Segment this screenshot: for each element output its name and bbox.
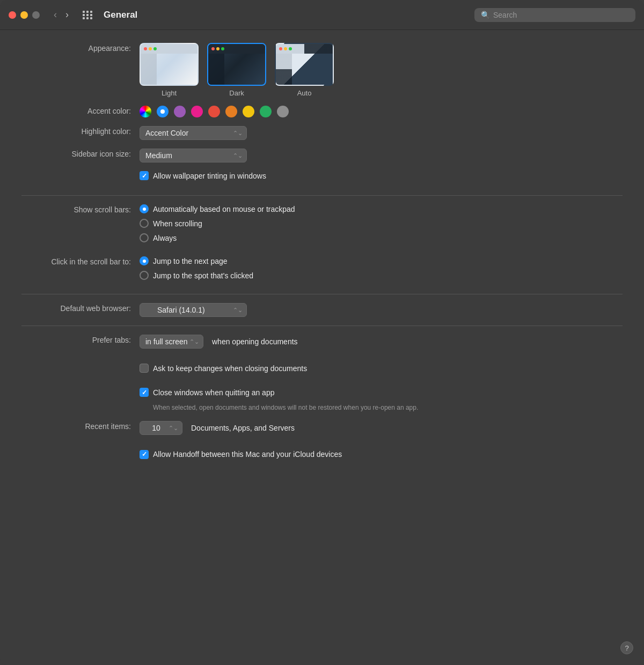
wallpaper-tinting-content: ✓ Allow wallpaper tinting in windows bbox=[140, 171, 623, 187]
ask-keep-changes-row: Ask to keep changes when closing documen… bbox=[140, 364, 623, 373]
scroll-bars-options: Automatically based on mouse or trackpad… bbox=[140, 204, 623, 248]
back-button[interactable]: ‹ bbox=[50, 8, 60, 21]
search-icon: 🔍 bbox=[481, 11, 490, 19]
close-windows-content: ✓ Close windows when quitting an app Whe… bbox=[140, 388, 623, 412]
accent-pink[interactable] bbox=[191, 106, 203, 117]
scroll-auto-radio[interactable] bbox=[140, 204, 149, 213]
handoff-content: ✓ Allow Handoff between this Mac and you… bbox=[140, 450, 623, 466]
accent-red[interactable] bbox=[208, 106, 220, 117]
handoff-label: Allow Handoff between this Mac and your … bbox=[153, 450, 342, 459]
appearance-label-light: Light bbox=[162, 89, 177, 97]
click-scroll-label: Click in the scroll bar to: bbox=[21, 256, 140, 266]
highlight-color-select[interactable]: Accent Color Blue Purple Pink Red Orange… bbox=[140, 126, 247, 140]
scroll-bars-content: Automatically based on mouse or trackpad… bbox=[140, 204, 623, 248]
accent-green[interactable] bbox=[260, 106, 272, 117]
prefer-tabs-content: always in full screen manually when open… bbox=[140, 335, 623, 355]
default-browser-content: Safari (14.0.1) Chrome Firefox bbox=[140, 303, 623, 317]
wallpaper-tinting-spacer bbox=[21, 171, 140, 172]
highlight-color-label: Highlight color: bbox=[21, 126, 140, 136]
scroll-auto-label: Automatically based on mouse or trackpad bbox=[153, 205, 295, 213]
recent-items-section: Recent items: 5 10 15 20 30 50 None bbox=[21, 421, 623, 441]
ask-keep-changes-checkbox[interactable] bbox=[140, 364, 149, 373]
sidebar-icon-size-select[interactable]: Small Medium Large bbox=[140, 149, 247, 162]
prefer-tabs-label: Prefer tabs: bbox=[21, 335, 140, 344]
handoff-spacer bbox=[21, 450, 140, 451]
appearance-section: Appearance: bbox=[21, 43, 623, 97]
scroll-scrolling-radio[interactable] bbox=[140, 219, 149, 228]
sidebar-icon-size-content: Small Medium Large bbox=[140, 149, 623, 162]
click-scroll-content: Jump to the next page Jump to the spot t… bbox=[140, 256, 623, 285]
handoff-row: ✓ Allow Handoff between this Mac and you… bbox=[140, 450, 623, 459]
handoff-checkbox[interactable]: ✓ bbox=[140, 450, 149, 459]
wallpaper-tinting-checkbox[interactable]: ✓ bbox=[140, 171, 149, 180]
accent-color-label: Accent color: bbox=[21, 106, 140, 115]
highlight-color-content: Accent Color Blue Purple Pink Red Orange… bbox=[140, 126, 623, 140]
recent-items-select[interactable]: 5 10 15 20 30 50 None bbox=[140, 421, 182, 435]
handoff-check-icon: ✓ bbox=[142, 450, 147, 458]
appearance-label-auto: Auto bbox=[297, 89, 312, 97]
scroll-bars-section: Show scroll bars: Automatically based on… bbox=[21, 204, 623, 248]
recent-items-row: 5 10 15 20 30 50 None Documents, Apps, a… bbox=[140, 421, 623, 435]
accent-yellow[interactable] bbox=[243, 106, 254, 117]
appearance-option-light[interactable]: Light bbox=[140, 43, 199, 97]
accent-blue[interactable] bbox=[157, 106, 169, 117]
forward-button[interactable]: › bbox=[62, 8, 72, 21]
scroll-scrolling-label: When scrolling bbox=[153, 219, 202, 228]
accent-options bbox=[140, 106, 623, 117]
settings-content: Appearance: bbox=[0, 30, 644, 487]
nav-buttons: ‹ › bbox=[50, 8, 72, 21]
sidebar-icon-size-label: Sidebar icon size: bbox=[21, 149, 140, 158]
close-windows-spacer bbox=[21, 388, 140, 389]
recent-items-select-wrapper: 5 10 15 20 30 50 None bbox=[140, 421, 182, 435]
close-button[interactable] bbox=[9, 11, 16, 19]
maximize-button[interactable] bbox=[32, 11, 40, 19]
close-windows-section: ✓ Close windows when quitting an app Whe… bbox=[21, 388, 623, 412]
page-title: General bbox=[104, 10, 468, 20]
appearance-label: Appearance: bbox=[21, 43, 140, 53]
close-windows-checkbox[interactable]: ✓ bbox=[140, 388, 149, 397]
accent-purple[interactable] bbox=[174, 106, 186, 117]
scroll-auto-row: Automatically based on mouse or trackpad bbox=[140, 204, 623, 213]
click-next-page-radio[interactable] bbox=[140, 256, 149, 265]
browser-select-wrapper: Safari (14.0.1) Chrome Firefox bbox=[140, 303, 247, 317]
appearance-thumbnail-auto bbox=[275, 43, 334, 86]
help-button[interactable]: ? bbox=[620, 641, 633, 654]
accent-color-section: Accent color: bbox=[21, 106, 623, 117]
handoff-section: ✓ Allow Handoff between this Mac and you… bbox=[21, 450, 623, 466]
appearance-thumbnail-light bbox=[140, 43, 199, 86]
accent-graphite[interactable] bbox=[277, 106, 289, 117]
ask-keep-changes-section: Ask to keep changes when closing documen… bbox=[21, 364, 623, 379]
prefer-tabs-select-wrapper: always in full screen manually bbox=[140, 335, 203, 349]
help-icon: ? bbox=[625, 644, 628, 652]
titlebar: ‹ › General 🔍 bbox=[0, 0, 644, 30]
prefer-tabs-row: always in full screen manually when open… bbox=[140, 335, 623, 349]
appearance-option-auto[interactable]: Auto bbox=[275, 43, 334, 97]
default-browser-section: Default web browser: Safari (14.0.1) Chr… bbox=[21, 303, 623, 317]
scroll-always-radio[interactable] bbox=[140, 233, 149, 242]
accent-orange[interactable] bbox=[225, 106, 237, 117]
accent-multicolor[interactable] bbox=[140, 106, 151, 117]
checkbox-check-icon: ✓ bbox=[142, 172, 147, 180]
wallpaper-tinting-row: ✓ Allow wallpaper tinting in windows bbox=[140, 171, 623, 180]
ask-keep-changes-content: Ask to keep changes when closing documen… bbox=[140, 364, 623, 379]
search-input[interactable] bbox=[493, 11, 629, 19]
minimize-button[interactable] bbox=[20, 11, 28, 19]
main-window: ‹ › General 🔍 Appearance: bbox=[0, 0, 644, 665]
click-scroll-options: Jump to the next page Jump to the spot t… bbox=[140, 256, 623, 285]
close-windows-subtext: When selected, open documents and window… bbox=[153, 403, 453, 412]
default-browser-label: Default web browser: bbox=[21, 303, 140, 313]
sidebar-icon-size-select-wrapper: Small Medium Large bbox=[140, 149, 247, 162]
click-spot-radio[interactable] bbox=[140, 271, 149, 280]
search-box[interactable]: 🔍 bbox=[474, 8, 635, 22]
accent-color-content bbox=[140, 106, 623, 117]
close-windows-row: ✓ Close windows when quitting an app bbox=[140, 388, 623, 397]
apps-grid-icon[interactable] bbox=[83, 11, 93, 19]
prefer-tabs-suffix: when opening documents bbox=[212, 337, 298, 346]
scroll-always-label: Always bbox=[153, 234, 177, 242]
traffic-lights bbox=[9, 11, 40, 19]
prefer-tabs-select[interactable]: always in full screen manually bbox=[140, 335, 203, 349]
appearance-option-dark[interactable]: Dark bbox=[207, 43, 266, 97]
ask-keep-changes-label: Ask to keep changes when closing documen… bbox=[153, 364, 307, 373]
browser-select[interactable]: Safari (14.0.1) Chrome Firefox bbox=[140, 303, 247, 317]
close-windows-check-icon: ✓ bbox=[142, 389, 147, 396]
